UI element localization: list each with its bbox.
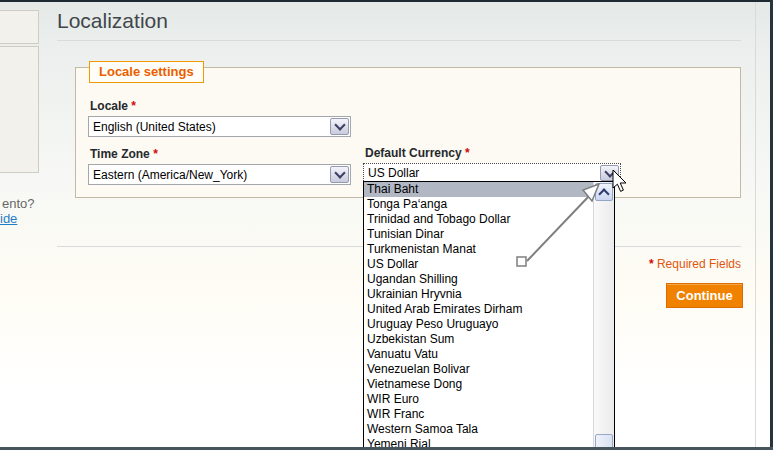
currency-select[interactable]: US Dollar xyxy=(363,163,621,183)
currency-option[interactable]: Uzbekistan Sum xyxy=(364,332,594,347)
timezone-label-text: Time Zone xyxy=(90,147,150,161)
timezone-required-mark: * xyxy=(153,147,158,161)
currency-option[interactable]: Western Samoa Tala xyxy=(364,422,594,437)
dropdown-scrollbar[interactable] xyxy=(593,182,614,450)
locale-select[interactable]: English (United States) xyxy=(88,116,351,137)
currency-option[interactable]: WIR Franc xyxy=(364,407,594,422)
continue-button-label: Continue xyxy=(676,288,732,303)
locale-label-text: Locale xyxy=(90,99,128,113)
currency-dropdown-list: Thai BahtTonga Pa‘angaTrinidad and Tobag… xyxy=(363,181,615,450)
currency-label-text: Default Currency xyxy=(365,146,462,160)
currency-option[interactable]: Ugandan Shilling xyxy=(364,272,594,287)
required-note-text: Required Fields xyxy=(657,257,741,271)
chevron-down-icon xyxy=(334,119,345,130)
magento-install-localization-page: ento? ide Localization Locale settings L… xyxy=(0,0,776,450)
title-divider xyxy=(57,40,741,41)
currency-option[interactable]: Thai Baht xyxy=(364,182,594,197)
currency-required-mark: * xyxy=(465,146,470,160)
continue-button[interactable]: Continue xyxy=(666,283,743,308)
timezone-select-arrow-button[interactable] xyxy=(330,166,349,183)
content-right-edge xyxy=(755,2,756,448)
currency-option-list: Thai BahtTonga Pa‘angaTrinidad and Tobag… xyxy=(364,182,614,450)
currency-select-value: US Dollar xyxy=(364,166,599,180)
sidebar-cropped-box-bottom xyxy=(0,46,39,173)
chevron-up-icon xyxy=(598,188,609,199)
currency-option[interactable]: United Arab Emirates Dirham xyxy=(364,302,594,317)
window-border-top xyxy=(0,0,776,2)
currency-select-arrow-button[interactable] xyxy=(600,165,619,181)
scrollbar-up-button[interactable] xyxy=(595,183,613,201)
currency-option[interactable]: Vietnamese Dong xyxy=(364,377,594,392)
locale-select-value: English (United States) xyxy=(89,120,329,134)
sidebar-cropped-box-top xyxy=(0,10,39,44)
locale-required-mark: * xyxy=(131,99,136,113)
currency-option[interactable]: Trinidad and Tobago Dollar xyxy=(364,212,594,227)
chevron-down-icon xyxy=(604,166,615,177)
currency-option[interactable]: Venezuelan Bolivar xyxy=(364,362,594,377)
currency-option[interactable]: Ukrainian Hryvnia xyxy=(364,287,594,302)
locale-settings-legend: Locale settings xyxy=(89,61,204,83)
currency-label: Default Currency * xyxy=(365,146,470,160)
required-note-mark: * xyxy=(649,257,654,271)
timezone-select-value: Eastern (America/New_York) xyxy=(89,168,329,182)
currency-option[interactable]: Uruguay Peso Uruguayo xyxy=(364,317,594,332)
locale-label: Locale * xyxy=(90,99,136,113)
timezone-label: Time Zone * xyxy=(90,147,158,161)
locale-select-arrow-button[interactable] xyxy=(330,118,349,135)
currency-option[interactable]: Turkmenistan Manat xyxy=(364,242,594,257)
currency-option[interactable]: Vanuatu Vatu xyxy=(364,347,594,362)
page-title: Localization xyxy=(57,9,168,33)
currency-option[interactable]: Tunisian Dinar xyxy=(364,227,594,242)
sidebar-cropped-link[interactable]: ide xyxy=(0,211,17,226)
currency-option[interactable]: US Dollar xyxy=(364,257,594,272)
currency-option[interactable]: WIR Euro xyxy=(364,392,594,407)
chevron-down-icon xyxy=(334,167,345,178)
sidebar-cropped-text: ento? xyxy=(2,196,35,211)
currency-option[interactable]: Tonga Pa‘anga xyxy=(364,197,594,212)
timezone-select[interactable]: Eastern (America/New_York) xyxy=(88,164,351,185)
